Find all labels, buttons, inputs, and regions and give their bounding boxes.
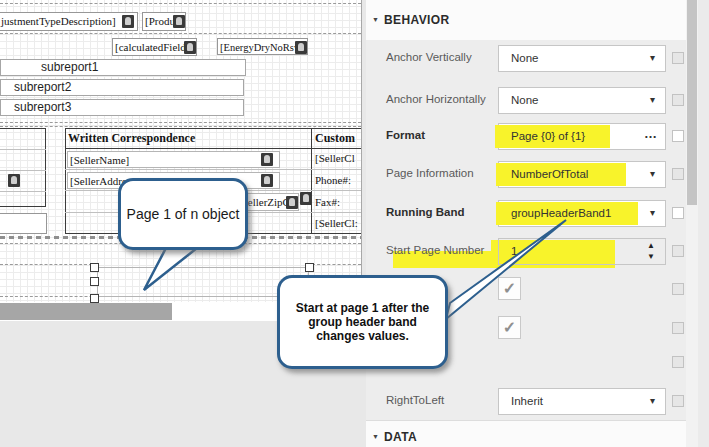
property-marker-checkbox[interactable] (672, 168, 684, 180)
chevron-down-icon: ▾ (650, 207, 655, 218)
property-marker-checkbox[interactable] (672, 245, 684, 257)
righttoleft-dropdown[interactable]: Inherit ▾ (498, 388, 666, 415)
report-designer-window: justmentTypeDescription] [Produc [calcul… (0, 0, 709, 447)
property-marker-checkbox[interactable] (672, 52, 684, 64)
property-row-righttoleft: RightToLeft Inherit ▾ (366, 388, 686, 415)
property-label: Start Page Number (386, 244, 484, 256)
band-gray-bar (0, 303, 172, 320)
left-field-fragment[interactable] (0, 213, 47, 234)
anchor-horizontally-dropdown[interactable]: None ▾ (498, 87, 666, 114)
property-marker-checkbox[interactable] (672, 130, 684, 142)
chevron-down-icon: ▾ (650, 52, 655, 63)
start-page-number-spinner[interactable]: 1 ▲ ▼ (498, 238, 666, 265)
smart-tag-icon[interactable] (122, 15, 134, 28)
band-separator[interactable] (0, 3, 361, 4)
collapse-arrow-icon: ▼ (372, 16, 379, 23)
subreport2[interactable]: subreport2 (0, 79, 244, 96)
subreport3[interactable]: subreport3 (0, 99, 244, 116)
page-information-dropdown[interactable]: NumberOfTotal ▾ (498, 161, 666, 188)
format-field[interactable]: Page {0} of {1} … (498, 123, 666, 150)
properties-panel: ▼ BEHAVIOR Anchor Vertically None ▾ Anch… (366, 0, 686, 447)
smart-tag-icon[interactable] (8, 174, 20, 187)
callout-page-info: Page 1 of n object (118, 178, 248, 250)
property-row-page-information: Page Information NumberOfTotal ▾ (366, 161, 686, 188)
table-header-written-correspondence: Written Correspondence (68, 131, 195, 146)
band-separator[interactable] (0, 33, 361, 34)
property-row-anchor-vertically: Anchor Vertically None ▾ (366, 45, 686, 72)
property-checkbox[interactable]: ✓ (498, 277, 521, 300)
field-energy[interactable]: [EnergyDryNoRsv] (217, 38, 308, 55)
field-label: [SellerName] (70, 154, 129, 166)
right-margin (698, 0, 709, 447)
running-band-dropdown[interactable]: groupHeaderBand1 ▾ (498, 200, 666, 227)
selection-handle[interactable] (90, 294, 99, 303)
spinner-value: 1 (511, 245, 517, 257)
field-label: [EnergyDryNoRsv] (220, 42, 303, 53)
band-separator[interactable] (312, 264, 361, 265)
property-checkbox[interactable]: ✓ (498, 316, 521, 339)
property-row-format: Format Page {0} of {1} … (366, 123, 686, 150)
property-label: Anchor Horizontally (386, 93, 486, 105)
property-marker-checkbox[interactable] (672, 94, 684, 106)
table-cell: [SellerCl: (315, 217, 358, 229)
field-product[interactable]: [Produc (142, 12, 186, 31)
subreport-label: subreport2 (14, 80, 71, 94)
property-label: RightToLeft (386, 394, 444, 406)
subreport-label: subreport1 (41, 60, 98, 74)
dropdown-value: groupHeaderBand1 (511, 207, 611, 219)
spinner-down-icon[interactable]: ▼ (645, 252, 657, 262)
field-calculated[interactable]: [calculatedField (112, 38, 197, 56)
smart-tag-icon[interactable] (261, 153, 273, 166)
dropdown-value: NumberOfTotal (511, 168, 588, 180)
ellipsis-button[interactable]: … (644, 126, 657, 141)
section-header-behavior[interactable]: ▼ BEHAVIOR (366, 0, 686, 40)
property-label: Anchor Vertically (386, 51, 472, 63)
property-row-anchor-horizontally: Anchor Horizontally None ▾ (366, 87, 686, 114)
property-label: Format (386, 129, 425, 141)
panel-scrollbar[interactable] (686, 0, 698, 447)
table-header-customer: Custom (315, 131, 355, 146)
property-marker-checkbox[interactable] (672, 283, 684, 295)
selection-handle[interactable] (305, 263, 314, 272)
table-cell: Fax#: (315, 196, 340, 208)
chevron-down-icon: ▾ (650, 168, 655, 179)
selection-handle[interactable] (90, 277, 99, 286)
smart-tag-icon[interactable] (173, 15, 185, 28)
dropdown-value: None (511, 94, 539, 106)
property-label: Page Information (386, 167, 474, 179)
field-seller-name[interactable]: [SellerName] (67, 151, 280, 168)
property-row-start-page-number: Start Page Number 1 ▲ ▼ (366, 238, 686, 265)
field-label: justmentTypeDescription] (1, 15, 116, 27)
smart-tag-icon[interactable] (286, 196, 298, 209)
chevron-down-icon: ▾ (650, 94, 655, 105)
property-marker-checkbox[interactable] (672, 356, 684, 368)
callout-text: Page 1 of n object (127, 206, 240, 222)
section-header-data[interactable]: ▼ DATA (366, 420, 686, 447)
subreport-label: subreport3 (14, 100, 71, 114)
dropdown-value: Inherit (511, 395, 543, 407)
smart-tag-icon[interactable] (295, 41, 307, 54)
property-marker-checkbox[interactable] (672, 322, 684, 334)
callout-text: Start at page 1 after the group header b… (292, 301, 433, 343)
smart-tag-icon[interactable] (261, 174, 273, 187)
callout-start-page: Start at page 1 after the group header b… (277, 275, 448, 369)
subreport1[interactable]: subreport1 (0, 59, 246, 76)
property-marker-checkbox[interactable] (672, 207, 684, 219)
smart-tag-icon[interactable] (300, 192, 312, 205)
dropdown-value: None (511, 52, 539, 64)
field-label: [calculatedField (115, 41, 186, 53)
band-separator[interactable] (0, 122, 361, 123)
anchor-vertically-dropdown[interactable]: None ▾ (498, 45, 666, 72)
property-row-running-band: Running Band groupHeaderBand1 ▾ (366, 200, 686, 227)
band-separator[interactable] (0, 126, 361, 127)
selection-handle[interactable] (90, 263, 99, 272)
section-title: BEHAVIOR (384, 13, 450, 27)
field-adjustment-type[interactable]: justmentTypeDescription] (0, 12, 138, 31)
property-marker-checkbox[interactable] (672, 395, 684, 407)
band-separator[interactable] (0, 264, 92, 265)
spinner-up-icon[interactable]: ▲ (645, 241, 657, 251)
smart-tag-icon[interactable] (184, 41, 196, 54)
section-title: DATA (384, 430, 417, 444)
scrollbar-thumb[interactable] (687, 0, 697, 205)
left-table-fragment[interactable] (0, 128, 46, 207)
